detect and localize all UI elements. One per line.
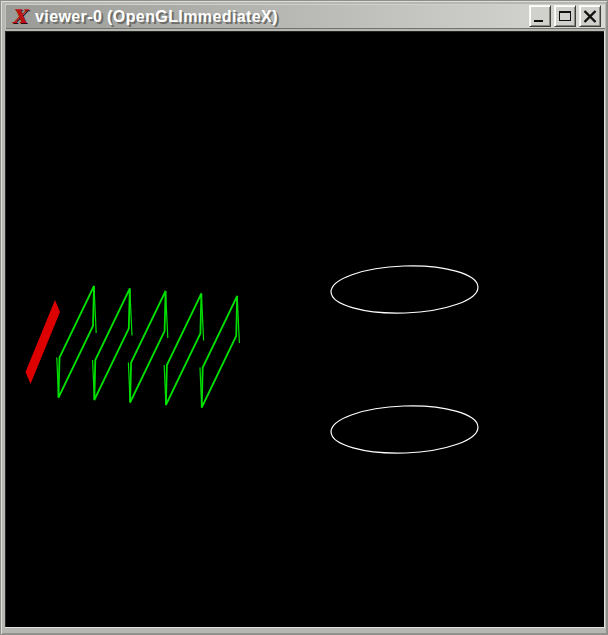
close-icon xyxy=(583,10,597,23)
green-slab-1-top-sliver xyxy=(94,286,96,333)
green-slab-2 xyxy=(94,289,130,401)
green-slab-1-bottom-sliver xyxy=(57,358,59,398)
maximize-icon xyxy=(559,11,571,21)
title-bar[interactable]: X viewer-0 (OpenGLImmediateX) xyxy=(5,4,605,29)
close-button[interactable] xyxy=(579,5,601,27)
maximize-button[interactable] xyxy=(554,5,576,27)
red-slab xyxy=(26,300,61,384)
green-slab-3-top-sliver xyxy=(166,291,168,338)
window: X viewer-0 (OpenGLImmediateX) xyxy=(0,0,608,635)
minimize-button[interactable] xyxy=(529,5,551,27)
cylinder-bottom-rim xyxy=(330,403,479,455)
minimize-icon xyxy=(534,20,543,22)
green-slab-1 xyxy=(59,286,95,398)
green-slab-5-bottom-sliver xyxy=(200,368,202,408)
green-slab-5-top-sliver xyxy=(237,296,239,343)
window-title: viewer-0 (OpenGLImmediateX) xyxy=(35,8,278,26)
green-slab-4 xyxy=(166,294,202,406)
green-slab-4-top-sliver xyxy=(201,294,203,341)
green-slab-3 xyxy=(130,291,166,403)
green-slab-2-bottom-sliver xyxy=(93,360,95,400)
app-icon[interactable]: X xyxy=(9,5,29,28)
cylinder-top-rim xyxy=(330,263,479,315)
green-slab-5 xyxy=(202,296,238,408)
opengl-viewport[interactable] xyxy=(5,31,605,628)
green-slab-4-bottom-sliver xyxy=(164,365,166,405)
window-controls xyxy=(529,5,601,27)
green-slab-2-top-sliver xyxy=(130,289,132,336)
green-slab-3-bottom-sliver xyxy=(128,363,130,403)
scene-svg xyxy=(5,31,605,628)
